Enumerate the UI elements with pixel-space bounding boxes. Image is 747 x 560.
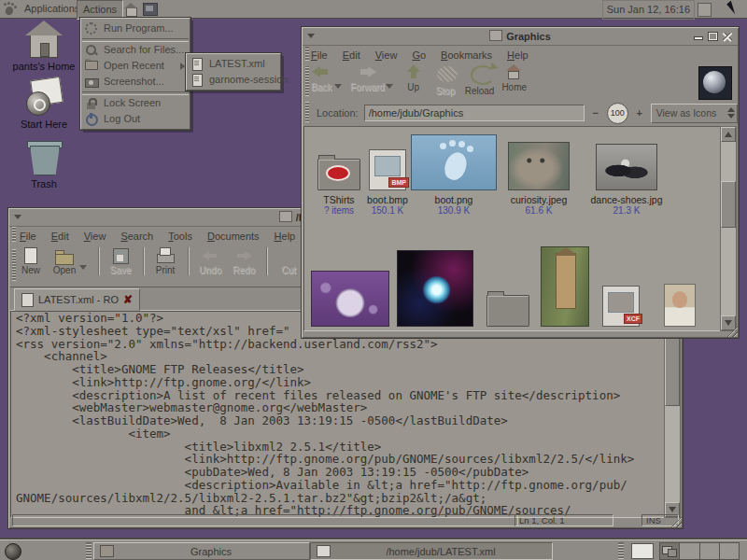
forward-arrow-icon xyxy=(357,64,377,80)
menubar-grip[interactable] xyxy=(305,47,309,61)
notes-applet-icon[interactable] xyxy=(631,543,654,559)
menu-item[interactable]: Open Recent xyxy=(81,58,190,74)
panel-applet-icon[interactable] xyxy=(698,3,712,17)
gnome-foot-icon[interactable] xyxy=(3,2,17,16)
desktop-icon-trash[interactable]: Trash xyxy=(0,138,88,189)
menu-item[interactable]: Documents xyxy=(207,231,260,242)
chevron-down-icon[interactable] xyxy=(386,84,393,89)
submenu-item[interactable]: garnome-session xyxy=(187,72,280,88)
terminal-launcher-icon[interactable] xyxy=(143,3,158,16)
desktop-icon-home[interactable]: pants's Home xyxy=(0,22,88,72)
menu-item[interactable]: Screenshot... xyxy=(81,74,190,90)
tab-latest-xml[interactable]: LATEST.xml - RO ✘ xyxy=(14,288,140,311)
desktop-icon-label: pants's Home xyxy=(0,61,88,72)
home-launcher-icon[interactable] xyxy=(124,4,137,15)
code-line: <webMaster>webmaster@gnome.org</webMaste… xyxy=(11,401,667,414)
view-mode-select[interactable]: View as Icons xyxy=(651,104,738,123)
location-input[interactable] xyxy=(364,105,585,121)
menu-item[interactable]: Edit xyxy=(51,231,69,242)
toolbar-grip[interactable] xyxy=(12,249,16,281)
camera-icon xyxy=(85,76,97,88)
toolbar-button[interactable]: Save xyxy=(98,247,134,275)
menu-item[interactable]: Tools xyxy=(168,231,192,242)
file-manager-titlebar[interactable]: Graphics xyxy=(303,28,738,46)
spinner-arrows-icon[interactable] xyxy=(726,106,735,119)
scroll-down-icon[interactable] xyxy=(721,315,736,330)
toolbar-button[interactable]: Stop xyxy=(433,64,458,96)
toolbar-button[interactable]: Cut xyxy=(266,247,302,275)
menu-item[interactable]: Bookmarks xyxy=(441,49,492,61)
panel-launcher-icon[interactable] xyxy=(5,543,21,560)
toolbar-button[interactable]: Forward xyxy=(350,64,385,92)
menu-item[interactable]: View xyxy=(84,231,106,242)
submenu-item[interactable]: LATEST.xml xyxy=(187,56,280,72)
chevron-down-icon[interactable] xyxy=(79,265,87,270)
zoom-out-button[interactable]: − xyxy=(590,107,601,119)
toolbar-button[interactable]: Redo xyxy=(231,247,257,275)
lock-icon xyxy=(85,97,97,109)
workspace-switcher xyxy=(659,542,740,560)
clock-applet[interactable]: Sun Jan 12, 16:16 xyxy=(602,0,695,20)
toolbar-button[interactable]: Home xyxy=(501,64,527,92)
file-item[interactable]: dball1024X76 xyxy=(308,237,392,331)
panel-handle[interactable] xyxy=(86,542,92,559)
menu-item[interactable]: View xyxy=(375,49,398,61)
print-icon xyxy=(155,247,176,264)
workspace-3[interactable] xyxy=(700,543,720,559)
file-manager-vertical-scrollbar[interactable] xyxy=(720,126,737,331)
location-label: Location: xyxy=(317,107,359,119)
zoom-level-indicator[interactable]: 100 xyxy=(607,103,628,124)
file-item[interactable]: boot.png 130.9 K xyxy=(409,134,499,217)
toolbar-button[interactable]: New xyxy=(18,247,44,275)
editor-text-area[interactable]: <?xml version="1.0"?><?xml-stylesheet ty… xyxy=(10,311,668,518)
file-item[interactable]: george.jpg xyxy=(650,237,710,331)
menu-item[interactable]: Help xyxy=(275,231,296,242)
menu-item[interactable]: File xyxy=(311,49,328,61)
tab-close-icon[interactable]: ✘ xyxy=(123,294,133,305)
toolbar-button[interactable]: Up xyxy=(402,64,426,92)
file-icon: BMP xyxy=(369,149,406,190)
zoom-in-button[interactable]: + xyxy=(634,107,645,119)
maximize-icon[interactable] xyxy=(707,31,719,42)
search-icon xyxy=(85,44,97,56)
file-item[interactable]: XCF fridge.xcf xyxy=(588,237,654,331)
menu-item[interactable]: File xyxy=(20,231,36,242)
menu-item[interactable]: Edit xyxy=(343,49,360,61)
task-button[interactable]: Graphics xyxy=(93,542,310,560)
scrollbar-thumb[interactable] xyxy=(721,181,736,228)
actions-dropdown-menu: Run Program... Search for Files... Open … xyxy=(80,18,190,130)
task-button[interactable]: /home/jdub/LATEST.xml xyxy=(310,542,553,560)
toolbar-button[interactable]: Back xyxy=(309,64,333,92)
file-manager-menubar: FileEditViewGoBookmarksHelp xyxy=(311,47,529,63)
menu-item[interactable]: Lock Screen xyxy=(81,95,190,111)
toolbar-button[interactable]: Undo xyxy=(188,247,223,275)
menubar-grip[interactable] xyxy=(12,227,16,242)
file-item[interactable]: dance-shoes.jpg 21.3 K xyxy=(585,134,669,217)
menu-item[interactable]: Search xyxy=(120,231,153,242)
menu-item[interactable]: Run Program... xyxy=(81,21,190,36)
file-item[interactable]: discoball3 xyxy=(398,237,472,331)
editor-vertical-scrollbar[interactable] xyxy=(664,311,681,518)
close-icon[interactable] xyxy=(722,31,734,42)
menu-item[interactable]: Help xyxy=(507,49,529,61)
icon-view[interactable]: TShirts ? items BMP boot.bmp 150.1 K boo… xyxy=(303,126,722,331)
menu-item[interactable]: Go xyxy=(412,49,426,61)
actions-menu[interactable]: Actions xyxy=(77,0,123,20)
file-item[interactable]: curiosity.jpeg 61.6 K xyxy=(499,134,579,217)
workspace-2[interactable] xyxy=(680,543,699,559)
toolbar-button[interactable]: Open xyxy=(51,247,78,275)
minimize-icon[interactable] xyxy=(692,31,704,42)
panel-handle[interactable] xyxy=(618,542,624,559)
menu-item[interactable]: Search for Files... xyxy=(81,42,190,58)
scroll-up-icon[interactable] xyxy=(721,127,736,142)
workspace-1[interactable] xyxy=(660,543,680,559)
menu-item[interactable]: Log Out xyxy=(81,111,190,127)
applications-menu[interactable]: Applications xyxy=(19,0,85,18)
toolbar-button[interactable]: Print xyxy=(143,247,178,275)
new-document-icon xyxy=(21,247,41,264)
workspace-4[interactable] xyxy=(720,543,739,559)
file-item[interactable]: emblems xyxy=(478,237,538,331)
chevron-down-icon[interactable] xyxy=(334,84,342,89)
desktop-icon-start-here[interactable]: Start Here xyxy=(0,78,88,130)
toolbar-button[interactable]: Reload xyxy=(465,64,495,96)
